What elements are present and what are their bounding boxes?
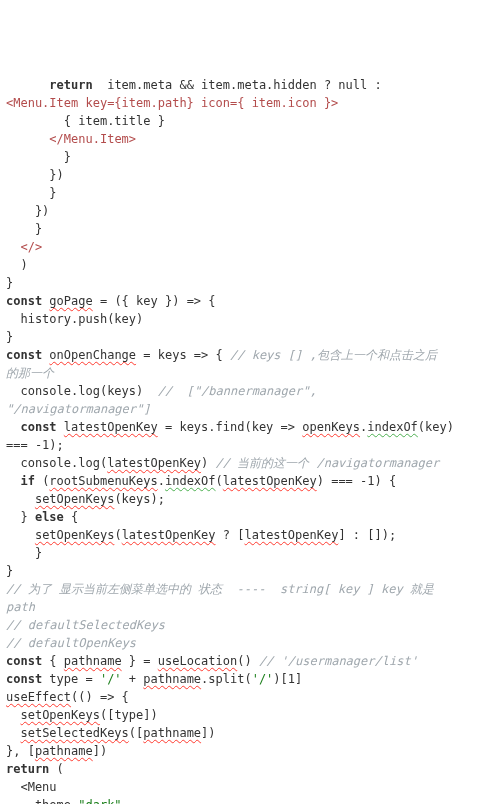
code-line: </> bbox=[6, 238, 494, 256]
code-editor-content: return item.meta && item.meta.hidden ? n… bbox=[6, 76, 494, 804]
code-line: return item.meta && item.meta.hidden ? n… bbox=[6, 76, 494, 94]
code-line: console.log(keys) // ["/bannermanager", bbox=[6, 382, 494, 400]
code-line: setOpenKeys(latestOpenKey ? [latestOpenK… bbox=[6, 526, 494, 544]
code-line: const type = '/' + pathname.split('/')[1… bbox=[6, 670, 494, 688]
code-line: } bbox=[6, 184, 494, 202]
code-line: } bbox=[6, 274, 494, 292]
code-line: } bbox=[6, 544, 494, 562]
code-line: // defaultSelectedKeys bbox=[6, 616, 494, 634]
code-line: const goPage = ({ key }) => { bbox=[6, 292, 494, 310]
code-line: "/navigatormanager"] bbox=[6, 400, 494, 418]
code-line: setOpenKeys([type]) bbox=[6, 706, 494, 724]
code-line: }) bbox=[6, 202, 494, 220]
code-line: === -1); bbox=[6, 436, 494, 454]
code-line: 的那一个 bbox=[6, 364, 494, 382]
code-line: console.log(latestOpenKey) // 当前的这一个 /na… bbox=[6, 454, 494, 472]
code-line: } bbox=[6, 220, 494, 238]
code-line: <Menu bbox=[6, 778, 494, 796]
code-line: setOpenKeys(keys); bbox=[6, 490, 494, 508]
code-line: const onOpenChange = keys => { // keys [… bbox=[6, 346, 494, 364]
code-line: history.push(key) bbox=[6, 310, 494, 328]
code-line: } else { bbox=[6, 508, 494, 526]
code-line: ) bbox=[6, 256, 494, 274]
code-line: const { pathname } = useLocation() // '/… bbox=[6, 652, 494, 670]
code-line: { item.title } bbox=[6, 112, 494, 130]
code-line: if (rootSubmenuKeys.indexOf(latestOpenKe… bbox=[6, 472, 494, 490]
code-line: } bbox=[6, 328, 494, 346]
code-line: <Menu.Item key={item.path} icon={ item.i… bbox=[6, 94, 494, 112]
code-line: useEffect(() => { bbox=[6, 688, 494, 706]
code-line: </Menu.Item> bbox=[6, 130, 494, 148]
code-line: return ( bbox=[6, 760, 494, 778]
code-line: } bbox=[6, 148, 494, 166]
code-line: // 为了 显示当前左侧菜单选中的 状态 ---- string[ key ] … bbox=[6, 580, 494, 598]
code-line: }, [pathname]) bbox=[6, 742, 494, 760]
code-line: }) bbox=[6, 166, 494, 184]
code-line: const latestOpenKey = keys.find(key => o… bbox=[6, 418, 494, 436]
code-line: path bbox=[6, 598, 494, 616]
code-line: } bbox=[6, 562, 494, 580]
code-line: setSelectedKeys([pathname]) bbox=[6, 724, 494, 742]
code-line: // defaultOpenKeys bbox=[6, 634, 494, 652]
code-line: theme="dark" bbox=[6, 796, 494, 804]
